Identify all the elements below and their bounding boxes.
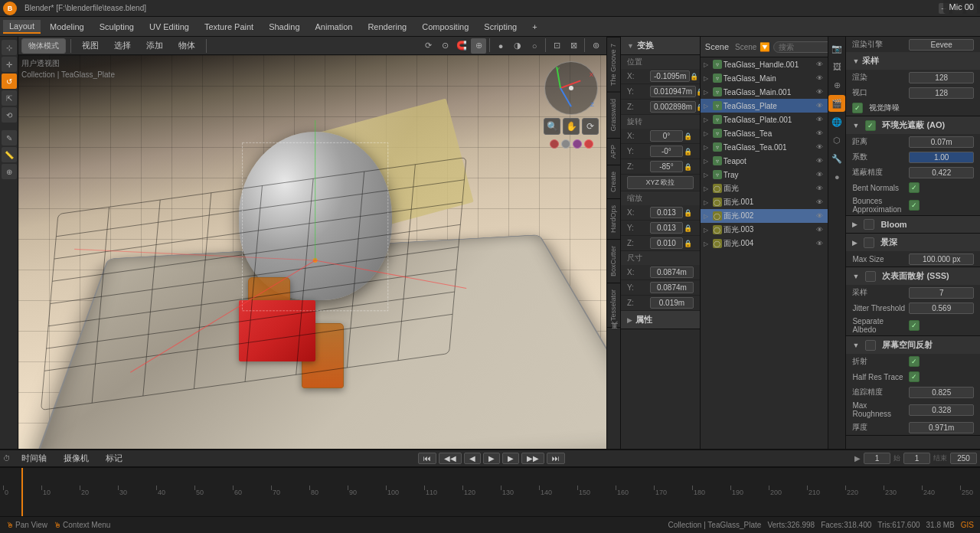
outliner-item-mianGuang-004[interactable]: ▷ ◯ 面光.004 👁: [701, 237, 828, 250]
scale-z-lock-icon[interactable]: 🔒: [683, 238, 694, 249]
timeline-markers-menu[interactable]: 标记: [100, 451, 129, 466]
frame-start-input[interactable]: 1: [903, 453, 930, 464]
outliner-item-teaglass-main[interactable]: ▷ ▿ TeaGlass_Main 👁: [701, 71, 828, 85]
tool-annotate[interactable]: ✎: [2, 130, 17, 146]
modifier-props-icon[interactable]: 🔧: [828, 150, 845, 167]
cam-dot-red2[interactable]: [584, 139, 593, 149]
scene-props-icon[interactable]: 🎬: [828, 95, 845, 112]
jump-start-button[interactable]: ⏮: [418, 453, 436, 464]
dof-header[interactable]: ▶ 景深: [846, 234, 980, 251]
bloom-enabled-checkbox[interactable]: [864, 219, 874, 230]
rotation-z-value[interactable]: -85°: [650, 161, 683, 172]
tool-move[interactable]: ✛: [2, 57, 17, 72]
tool-rotate[interactable]: ↺: [2, 74, 17, 89]
tab-modeling[interactable]: Modeling: [44, 21, 90, 33]
tab-add[interactable]: +: [526, 21, 543, 33]
tab-compositing[interactable]: Compositing: [416, 21, 475, 33]
tab-uv-editing[interactable]: UV Editing: [143, 21, 195, 33]
frame-current-input[interactable]: 1: [864, 453, 890, 464]
tab-rendering[interactable]: Rendering: [361, 21, 413, 33]
object-menu[interactable]: 物体: [172, 38, 201, 53]
ssr-header[interactable]: ▼ 屏幕空间反射: [846, 336, 980, 354]
outliner-item-mianGuang-002[interactable]: ▷ ◯ 面光.002 👁: [701, 209, 828, 223]
rotation-x-lock-icon[interactable]: 🔒: [683, 131, 694, 142]
view-gizmo-icon[interactable]: ⊚: [588, 38, 603, 54]
viewport-3d[interactable]: X Y Z 🔍 ✋ ⟳: [18, 55, 606, 449]
location-x-lock-icon[interactable]: 🔒: [690, 71, 698, 82]
outliner-item-teaglass-handle[interactable]: ▷ ▿ TeaGlass_Handle.001 👁: [701, 57, 828, 71]
sss-albedo-checkbox[interactable]: ✓: [909, 320, 920, 331]
output-props-icon[interactable]: 🖼: [828, 58, 845, 75]
visibility-icon[interactable]: 👁: [814, 238, 825, 249]
tab-texture-paint[interactable]: Texture Paint: [198, 21, 260, 33]
jump-next-keyframe-button[interactable]: ▶▶: [521, 453, 544, 464]
outliner-item-tray[interactable]: ▷ ▿ Tray 👁: [701, 168, 828, 181]
dim-y-value[interactable]: 0.0874m: [650, 282, 694, 293]
viewport-gizmo[interactable]: X Y Z: [544, 61, 598, 115]
cam-dot-gray[interactable]: [561, 139, 570, 149]
transform-icon[interactable]: ⟳: [420, 38, 436, 54]
sss-jitter-value[interactable]: 0.569: [909, 302, 974, 314]
ao-distance-value[interactable]: 0.07m: [909, 136, 974, 148]
add-menu[interactable]: 添加: [140, 38, 169, 53]
visibility-icon[interactable]: 👁: [814, 114, 825, 125]
ao-header[interactable]: ▼ ✓ 环境光遮蔽 (AO): [846, 116, 980, 134]
bounces-checkbox[interactable]: ✓: [909, 200, 920, 211]
zoom-icon[interactable]: 🔍: [544, 118, 560, 135]
object-mode-select[interactable]: 物体模式: [21, 38, 66, 54]
outliner-item-mianGuang[interactable]: ▷ ◯ 面光 👁: [701, 181, 828, 195]
tool-scale[interactable]: ⇱: [2, 90, 17, 106]
tool-cursor[interactable]: ⊹: [2, 40, 17, 55]
outliner-item-teapot[interactable]: ▷ ▿ Teapot 👁: [701, 154, 828, 168]
timeline-ruler[interactable]: 0 10 20 30 40 50 60 70 80 90 100 110 120…: [0, 467, 980, 516]
timeline-camera-menu[interactable]: 摄像机: [57, 451, 95, 466]
pivot-icon[interactable]: ⊙: [437, 38, 452, 54]
ao-factor-value[interactable]: 1.00: [909, 152, 974, 163]
strip-tesselator[interactable]: Tesselator: [607, 283, 620, 327]
scale-x-value[interactable]: 0.013: [650, 207, 683, 218]
bent-normals-checkbox[interactable]: ✓: [909, 182, 920, 193]
select-menu[interactable]: 选择: [108, 38, 137, 53]
visibility-icon[interactable]: 👁: [814, 197, 825, 208]
ssr-enabled-checkbox[interactable]: [865, 340, 876, 351]
render-props-icon[interactable]: 📷: [828, 40, 845, 57]
sss-header[interactable]: ▼ 次表面散射 (SSS): [846, 267, 980, 285]
euler-mode-select[interactable]: XYZ 欧拉: [627, 176, 694, 189]
strip-create[interactable]: Create: [607, 165, 620, 198]
rotation-y-value[interactable]: -0°: [650, 146, 683, 157]
outliner-search[interactable]: [773, 41, 828, 53]
tab-shading[interactable]: Shading: [263, 21, 305, 33]
visibility-icon[interactable]: 👁: [814, 128, 825, 139]
outliner-filter-icon[interactable]: 🔽: [760, 39, 770, 54]
step-back-button[interactable]: ◀: [464, 453, 481, 464]
dof-enabled-checkbox[interactable]: [864, 237, 874, 248]
shading-rendered-icon[interactable]: ○: [527, 38, 542, 54]
outliner-item-teaglass-tea-001[interactable]: ▷ ▿ TeaGlass_Tea.001 👁: [701, 140, 828, 154]
strip-tools[interactable]: 工具: [607, 327, 620, 340]
render-samples-value[interactable]: 128: [909, 72, 974, 83]
cam-dot-red[interactable]: [550, 139, 559, 149]
tool-add[interactable]: ⊕: [2, 164, 17, 179]
viewport-samples-value[interactable]: 128: [909, 87, 974, 99]
rotation-z-lock-icon[interactable]: 🔒: [683, 162, 694, 172]
step-forward-button[interactable]: ▶: [502, 453, 519, 464]
outliner-item-mianGuang-001[interactable]: ▷ ◯ 面光.001 👁: [701, 195, 828, 209]
ssr-halfres-checkbox[interactable]: ✓: [909, 371, 920, 382]
cam-dot-purple[interactable]: [573, 139, 582, 149]
outliner-item-teaglass-main-001[interactable]: ▷ ▿ TeaGlass_Main.001 👁: [701, 85, 828, 99]
outliner-item-teaglass-plate-001[interactable]: ▷ ▿ TeaGlass_Plate.001 👁: [701, 113, 828, 126]
proportional-edit-icon[interactable]: ⊕: [471, 38, 486, 54]
transform-panel-header[interactable]: ▼ 变换: [621, 37, 700, 55]
dof-maxsize-value[interactable]: 100.000 px: [909, 253, 974, 265]
tool-transform[interactable]: ⟲: [2, 107, 17, 123]
ssr-accuracy-value[interactable]: 0.825: [909, 387, 974, 398]
visibility-icon[interactable]: 👁: [814, 155, 825, 166]
strip-grasswald[interactable]: Grasswald: [607, 92, 620, 138]
dim-x-value[interactable]: 0.0874m: [650, 266, 694, 278]
tab-sculpting[interactable]: Sculpting: [93, 21, 140, 33]
tab-layout[interactable]: Layout: [3, 20, 41, 34]
render-engine-select[interactable]: Eevee: [909, 39, 974, 51]
location-z-value[interactable]: 0.002898m: [650, 101, 696, 113]
jump-end-button[interactable]: ⏭: [547, 453, 565, 464]
material-props-icon[interactable]: ●: [828, 168, 845, 185]
